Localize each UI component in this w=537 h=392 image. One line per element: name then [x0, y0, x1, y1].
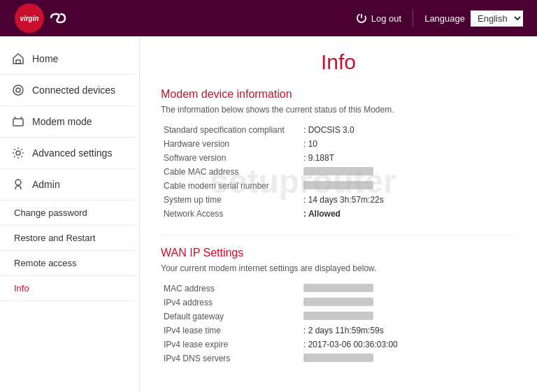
row-label: Network Access [161, 207, 301, 221]
header-right: Log out Language English [356, 10, 523, 27]
row-value: : DOCSIS 3.0 [301, 123, 516, 137]
main-content: setuprouter Info Modem device informatio… [140, 36, 537, 392]
sidebar-item-info-label: Info [14, 283, 29, 293]
logout-label: Log out [371, 13, 401, 24]
table-row: Hardware version : 10 [161, 137, 516, 151]
page-title: Info [161, 50, 516, 74]
sidebar-item-advanced-settings-label: Advanced settings [32, 147, 112, 159]
row-value [301, 179, 516, 193]
table-row: Cable modem serial number [161, 179, 516, 193]
wan-info-table: MAC address IPv4 address Default gateway [161, 282, 516, 365]
wan-section-desc: Your current modem internet settings are… [161, 263, 516, 273]
modem-info-section: Modem device information The information… [161, 88, 516, 221]
power-icon [356, 13, 367, 24]
logout-button[interactable]: Log out [356, 13, 401, 24]
row-label: Hardware version [161, 137, 301, 151]
row-value: : 10 [301, 137, 516, 151]
sidebar-item-remote-access[interactable]: Remote access [0, 251, 139, 276]
row-label: System up time [161, 193, 301, 207]
table-row: Default gateway [161, 310, 516, 324]
row-value [301, 296, 516, 310]
wan-section-title: WAN IP Settings [161, 247, 516, 259]
svg-rect-7 [13, 119, 23, 126]
sidebar-item-home[interactable]: Home [0, 43, 139, 75]
language-select[interactable]: English [471, 10, 523, 27]
svg-point-11 [15, 180, 21, 185]
row-label: IPv4 lease expire [161, 337, 301, 351]
language-section: Language English [424, 10, 523, 27]
row-value [301, 310, 516, 324]
section-divider [161, 235, 516, 235]
svg-point-5 [13, 85, 23, 95]
modem-info-table: Standard specification compliant : DOCSI… [161, 123, 516, 221]
svg-point-10 [16, 151, 20, 155]
table-row: Cable MAC address [161, 165, 516, 179]
sidebar-item-change-password-label: Change password [14, 208, 87, 218]
row-label: IPv4 lease time [161, 324, 301, 337]
sidebar-item-restore-restart[interactable]: Restore and Restart [0, 226, 139, 251]
blurred-value [303, 181, 373, 189]
row-label: Default gateway [161, 310, 301, 324]
sidebar-item-remote-access-label: Remote access [14, 258, 77, 268]
settings-icon [11, 146, 25, 160]
svg-line-9 [21, 117, 22, 119]
table-row: IPv4 lease expire : 2017-03-06 00:36:03:… [161, 337, 516, 351]
sidebar-item-info[interactable]: Info [0, 276, 139, 301]
table-row: IPv4 DNS servers [161, 351, 516, 365]
row-label: Software version [161, 151, 301, 165]
home-icon [11, 52, 25, 66]
sidebar-item-connected-devices[interactable]: Connected devices [0, 75, 139, 106]
row-value: : 2017-03-06 00:36:03:00 [301, 337, 516, 351]
table-row: Software version : 9.188T [161, 151, 516, 165]
blurred-value [303, 298, 373, 306]
sidebar-item-admin[interactable]: Admin [0, 169, 139, 201]
blurred-value [303, 312, 373, 320]
sidebar-item-home-label: Home [32, 53, 58, 64]
modem-section-title: Modem device information [161, 88, 516, 101]
header-divider [413, 10, 413, 27]
header: virgin Log out Language English [0, 0, 537, 36]
row-value: : 14 days 3h:57m:22s [301, 193, 516, 207]
row-value: : Allowed [301, 207, 516, 221]
sidebar-item-modem-mode-label: Modem mode [32, 116, 92, 127]
wan-ip-section: WAN IP Settings Your current modem inter… [161, 247, 516, 365]
svg-rect-4 [16, 60, 20, 64]
media-logo-icon [48, 11, 69, 25]
row-value: : 2 days 11h:59m:59s [301, 324, 516, 337]
devices-icon [11, 83, 25, 97]
table-row: Network Access : Allowed [161, 207, 516, 221]
blurred-value [303, 354, 373, 362]
logo-icon: virgin [14, 3, 45, 34]
svg-line-8 [15, 117, 15, 119]
sidebar: Home Connected devices Modem mode [0, 36, 140, 392]
blurred-value [303, 284, 373, 292]
row-label: IPv4 address [161, 296, 301, 310]
row-value [301, 165, 516, 179]
table-row: IPv4 lease time : 2 days 11h:59m:59s [161, 324, 516, 337]
table-row: MAC address [161, 282, 516, 296]
sidebar-item-connected-devices-label: Connected devices [32, 85, 115, 96]
row-label: MAC address [161, 282, 301, 296]
sidebar-item-advanced-settings[interactable]: Advanced settings [0, 138, 139, 169]
logo: virgin [14, 3, 69, 34]
modem-icon [11, 115, 25, 129]
table-row: IPv4 address [161, 296, 516, 310]
svg-text:virgin: virgin [20, 15, 38, 22]
main-layout: Home Connected devices Modem mode [0, 36, 537, 392]
row-value [301, 282, 516, 296]
admin-icon [11, 177, 25, 191]
blurred-value [303, 167, 373, 175]
sidebar-item-modem-mode[interactable]: Modem mode [0, 106, 139, 138]
row-value [301, 351, 516, 365]
row-label: Cable MAC address [161, 165, 301, 179]
sidebar-item-restore-restart-label: Restore and Restart [14, 233, 95, 243]
table-row: System up time : 14 days 3h:57m:22s [161, 193, 516, 207]
language-label: Language [424, 13, 465, 24]
modem-section-desc: The information below shows the current … [161, 105, 516, 115]
svg-point-6 [16, 88, 20, 92]
sidebar-item-change-password[interactable]: Change password [0, 201, 139, 226]
row-label: IPv4 DNS servers [161, 351, 301, 365]
row-label: Cable modem serial number [161, 179, 301, 193]
row-value: : 9.188T [301, 151, 516, 165]
row-label: Standard specification compliant [161, 123, 301, 137]
